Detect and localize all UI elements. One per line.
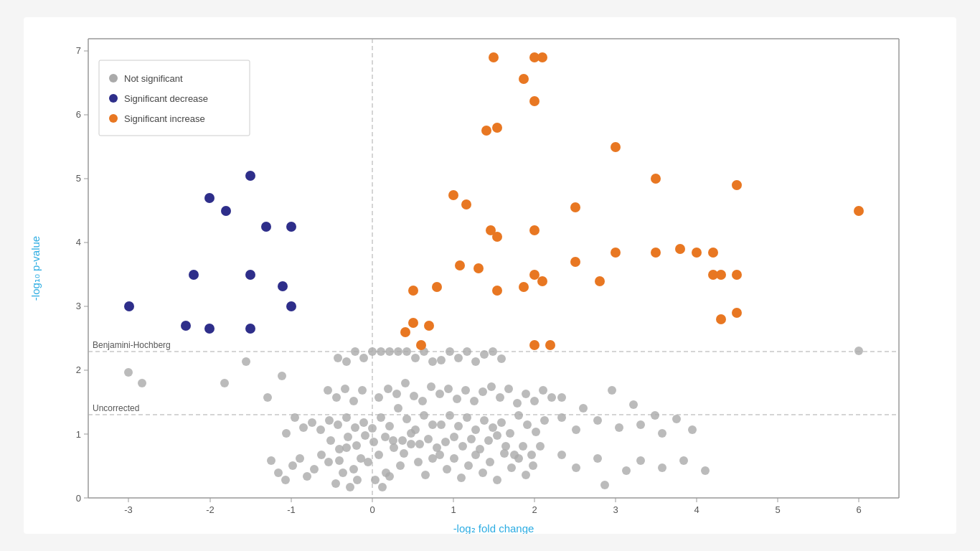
svg-point-222 (261, 222, 271, 232)
svg-point-91 (394, 404, 402, 413)
svg-point-92 (402, 415, 411, 423)
svg-point-187 (453, 395, 461, 403)
svg-point-230 (286, 222, 296, 232)
svg-text:0: 0 (76, 493, 81, 504)
svg-point-254 (400, 327, 410, 337)
svg-text:5: 5 (775, 504, 780, 515)
svg-point-174 (384, 385, 392, 393)
svg-point-101 (316, 425, 325, 434)
svg-point-77 (457, 474, 466, 482)
svg-point-236 (529, 96, 540, 106)
svg-point-204 (411, 354, 420, 362)
svg-point-57 (407, 440, 415, 448)
svg-point-72 (274, 468, 283, 477)
svg-point-68 (303, 472, 311, 481)
svg-point-268 (732, 180, 742, 190)
svg-point-198 (547, 393, 556, 402)
svg-point-158 (658, 429, 666, 438)
svg-point-199 (368, 347, 377, 356)
svg-point-180 (358, 386, 367, 395)
svg-point-225 (124, 301, 134, 311)
svg-point-182 (341, 385, 349, 393)
svg-point-51 (342, 443, 351, 452)
svg-point-141 (519, 442, 527, 451)
svg-point-197 (539, 386, 547, 395)
svg-point-157 (636, 420, 645, 429)
svg-point-108 (454, 422, 463, 430)
svg-point-87 (529, 461, 537, 470)
svg-point-156 (615, 423, 623, 432)
svg-point-131 (433, 443, 441, 452)
y-axis-ticks: 0 1 2 3 4 5 6 7 (76, 45, 88, 504)
svg-point-273 (854, 206, 864, 216)
svg-point-250 (432, 282, 442, 292)
svg-point-274 (732, 308, 742, 318)
svg-point-149 (579, 404, 588, 413)
svg-point-189 (470, 397, 479, 405)
svg-point-152 (651, 411, 659, 420)
svg-text:2: 2 (532, 504, 537, 515)
svg-point-111 (480, 416, 489, 425)
svg-point-176 (401, 379, 410, 387)
svg-point-142 (527, 451, 536, 459)
svg-point-259 (651, 174, 661, 184)
svg-point-83 (500, 449, 509, 458)
svg-point-210 (334, 354, 342, 362)
svg-point-212 (446, 347, 454, 356)
svg-point-105 (282, 429, 291, 438)
svg-point-97 (351, 423, 359, 432)
svg-point-123 (335, 445, 344, 453)
svg-point-227 (278, 281, 288, 291)
svg-text:5: 5 (76, 173, 81, 184)
bh-threshold-label: Benjamini-Hochberg (93, 340, 171, 350)
significant-increase-dots (400, 52, 864, 350)
svg-point-63 (339, 468, 347, 477)
svg-point-202 (394, 347, 402, 356)
svg-point-262 (611, 248, 621, 258)
svg-point-135 (467, 435, 476, 443)
svg-point-49 (357, 454, 365, 463)
svg-point-70 (288, 461, 297, 470)
svg-point-120 (361, 431, 369, 440)
svg-text:4: 4 (694, 504, 699, 515)
svg-point-73 (267, 456, 275, 465)
svg-point-257 (545, 340, 555, 350)
svg-point-100 (325, 416, 334, 425)
svg-point-242 (529, 225, 540, 235)
svg-point-271 (716, 314, 726, 324)
svg-point-235 (519, 74, 529, 84)
svg-point-265 (595, 276, 605, 286)
svg-point-153 (557, 413, 566, 422)
svg-point-211 (437, 356, 446, 364)
svg-point-270 (732, 270, 742, 280)
svg-point-209 (342, 357, 351, 366)
svg-text:1: 1 (76, 429, 81, 440)
svg-point-145 (242, 357, 250, 366)
svg-point-277 (109, 94, 118, 103)
svg-point-59 (421, 471, 430, 479)
svg-text:6: 6 (856, 504, 861, 515)
svg-point-231 (286, 301, 296, 311)
svg-point-252 (408, 318, 418, 328)
svg-text:4: 4 (76, 237, 81, 248)
svg-point-244 (455, 260, 465, 270)
svg-point-45 (374, 451, 383, 459)
svg-point-249 (492, 286, 502, 296)
svg-point-114 (506, 429, 514, 438)
svg-point-55 (385, 472, 394, 481)
svg-point-117 (532, 428, 540, 436)
svg-point-155 (593, 416, 602, 425)
svg-point-54 (378, 483, 387, 491)
svg-point-140 (510, 451, 519, 459)
chart-container: -3 -2 -1 0 1 2 3 4 5 6 0 1 (24, 17, 956, 534)
svg-point-71 (281, 476, 290, 484)
svg-point-245 (473, 263, 484, 273)
svg-point-237 (481, 126, 491, 136)
svg-point-134 (458, 442, 467, 451)
svg-point-107 (446, 411, 454, 420)
svg-point-150 (608, 386, 616, 395)
svg-point-81 (486, 458, 494, 466)
svg-point-183 (332, 393, 341, 402)
svg-point-64 (331, 479, 340, 488)
svg-point-143 (536, 442, 545, 451)
